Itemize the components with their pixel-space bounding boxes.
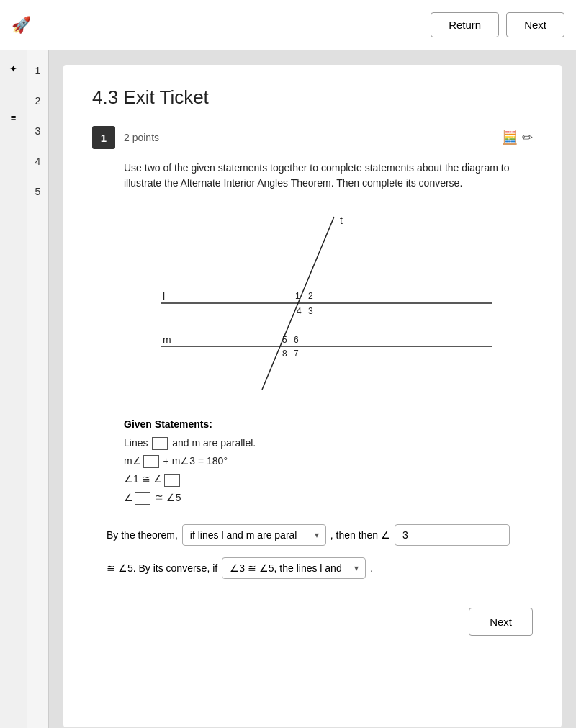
next-button-top[interactable]: Next <box>506 12 564 37</box>
sidebar: ✦ — ≡ <box>0 50 27 728</box>
angle-label-3: 3 <box>308 306 313 316</box>
diagram-container: t l m 1 2 4 3 5 <box>92 202 533 404</box>
theorem-angle-input[interactable] <box>395 524 510 546</box>
minus-icon[interactable]: — <box>3 82 24 104</box>
angle-label-6: 6 <box>294 335 299 345</box>
given-line-2: m∠ + m∠3 = 180° <box>124 452 533 470</box>
label-l: l <box>163 291 165 302</box>
question-number-badge: 1 <box>92 126 115 149</box>
theorem-section: By the theorem, if lines l and m are par… <box>92 524 533 546</box>
given-line-4: ∠ ≅ ∠5 <box>124 489 533 507</box>
nav-num-3[interactable]: 3 <box>28 117 48 145</box>
page-card: 4.3 Exit Ticket 1 2 points 🧮 ✏ Use two o… <box>63 65 562 727</box>
theorem-dropdown-wrapper[interactable]: if lines l and m are paral <box>182 524 326 546</box>
given-box-3 <box>164 474 180 487</box>
question-header: 1 2 points 🧮 ✏ <box>92 126 533 149</box>
angle-label-1: 1 <box>295 291 300 301</box>
angle-label-8: 8 <box>282 349 287 359</box>
top-bar-right: Return Next <box>431 12 564 37</box>
angle-label-4: 4 <box>297 306 302 316</box>
theorem-dropdown[interactable]: if lines l and m are paral <box>182 524 326 546</box>
given-box-2 <box>143 455 159 468</box>
nav-num-5[interactable]: 5 <box>28 177 48 206</box>
top-bar: 🚀 Return Next <box>0 0 576 50</box>
calculator-icon[interactable]: 🧮 <box>502 130 518 145</box>
points-label: 2 points <box>124 132 159 143</box>
given-line-1: Lines and m are parallel. <box>124 434 533 452</box>
given-box-1 <box>152 437 168 450</box>
rocket-icon: 🚀 <box>12 16 31 35</box>
nav-numbers: 1 2 3 4 5 <box>27 50 49 728</box>
nav-num-4[interactable]: 4 <box>28 147 48 176</box>
angle-label-2: 2 <box>308 291 313 301</box>
given-box-4 <box>135 492 150 505</box>
given-lines: Lines and m are parallel. m∠ + m∠3 = 180… <box>124 434 533 507</box>
given-section: Given Statements: Lines and m are parall… <box>92 418 533 507</box>
nav-num-2[interactable]: 2 <box>28 86 48 115</box>
angle-label-7: 7 <box>294 349 299 359</box>
content-area: 4.3 Exit Ticket 1 2 points 🧮 ✏ Use two o… <box>49 50 576 728</box>
given-title: Given Statements: <box>124 418 533 430</box>
question-icons: 🧮 ✏ <box>502 130 533 145</box>
geometry-diagram: t l m 1 2 4 3 5 <box>118 202 507 404</box>
main-layout: ✦ — ≡ 1 2 3 4 5 4.3 Exit Ticket 1 2 poin… <box>0 50 576 728</box>
given-line-3: ∠1 ≅ ∠ <box>124 470 533 488</box>
converse-prefix: ≅ ∠5. By its converse, if <box>107 562 217 574</box>
theorem-prefix: By the theorem, <box>107 529 178 541</box>
top-bar-left: 🚀 <box>12 16 31 35</box>
bottom-next-area: Next <box>92 608 533 636</box>
return-button[interactable]: Return <box>431 12 499 37</box>
converse-suffix: . <box>370 562 373 574</box>
converse-dropdown-wrapper[interactable]: ∠3 ≅ ∠5, the lines l and <box>222 557 366 579</box>
label-t: t <box>340 215 343 226</box>
converse-section: ≅ ∠5. By its converse, if ∠3 ≅ ∠5, the l… <box>92 557 533 579</box>
tools-icon[interactable]: ✏ <box>522 130 533 145</box>
label-m: m <box>163 334 171 346</box>
converse-dropdown[interactable]: ∠3 ≅ ∠5, the lines l and <box>222 557 366 579</box>
next-button-bottom[interactable]: Next <box>469 608 533 636</box>
question-text: Use two of the given statements together… <box>92 161 533 191</box>
angle-label-5: 5 <box>282 335 287 345</box>
theorem-middle-text: , then then ∠ <box>330 529 390 541</box>
lines-icon[interactable]: ≡ <box>3 107 24 128</box>
pin-icon[interactable]: ✦ <box>3 58 24 79</box>
nav-num-1[interactable]: 1 <box>28 56 48 85</box>
page-title: 4.3 Exit Ticket <box>92 86 533 109</box>
